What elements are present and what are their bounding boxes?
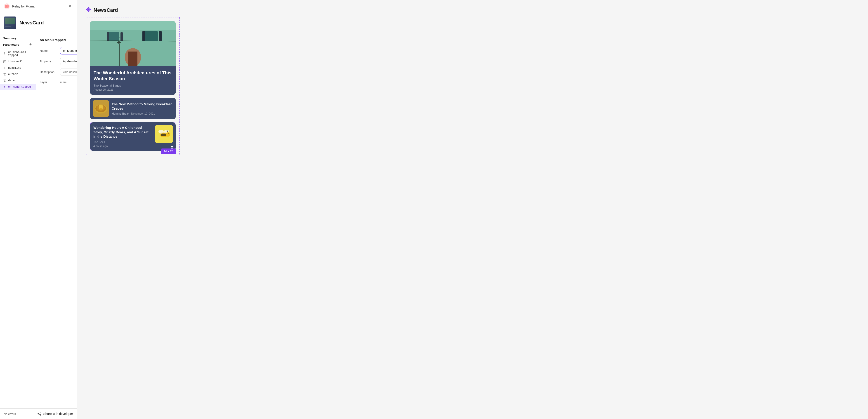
component-name: NewsCard — [20, 20, 44, 26]
card-large-author: The Seasonal Sagas — [94, 84, 172, 87]
more-options-button[interactable]: ⋮ — [67, 20, 73, 26]
card-small-image — [155, 125, 173, 143]
property-field-row: Property tap-handler ▾ — [40, 58, 76, 65]
svg-point-3 — [4, 53, 5, 53]
share-icon — [37, 412, 41, 416]
text-icon-date — [3, 79, 6, 82]
param-item-date[interactable]: date — [0, 77, 36, 84]
svg-point-44 — [158, 130, 164, 134]
panel-footer: No errors Share with developer — [0, 408, 76, 419]
preview-component-title: NewsCard — [94, 7, 118, 13]
param-label-menu-tapped: on Menu tapped — [8, 86, 31, 89]
detail-header: on Menu tapped — [40, 37, 76, 43]
card-small-author: The Bees — [93, 140, 152, 144]
card-large-date: August 25, 2021 — [94, 88, 172, 91]
svg-point-14 — [38, 413, 39, 414]
card-medium-image — [93, 100, 109, 117]
add-icon: + — [29, 42, 32, 47]
app-logo-icon — [4, 3, 10, 9]
preview-title-row: NewsCard — [86, 7, 118, 13]
panel-header: Relay for Figma ✕ — [0, 0, 76, 13]
card-medium-meta: Morning Break November 10, 2021 — [112, 112, 173, 115]
param-label-thumbnail: thumbnail — [8, 60, 23, 63]
property-select-wrapper: tap-handler ▾ — [60, 58, 76, 65]
svg-point-13 — [40, 412, 41, 413]
summary-label: Summary — [3, 37, 17, 40]
param-label-newscard-tapped: on NewsCard tapped — [8, 51, 33, 57]
name-field-row: Name — [40, 47, 76, 55]
more-icon: ⋮ — [68, 20, 72, 25]
text-icon-headline — [3, 66, 6, 70]
relay-diamond-icon — [86, 7, 91, 13]
tap-icon — [3, 52, 6, 55]
parameters-label: Parameters — [3, 43, 19, 46]
share-button[interactable]: Share with developer — [37, 412, 73, 416]
property-label: Property — [40, 60, 58, 63]
close-icon: ✕ — [68, 4, 72, 9]
card-small-content: Wondering Hour: A Childhood Story, Grizz… — [90, 122, 155, 151]
svg-point-49 — [166, 130, 167, 131]
card-small-headline: Wondering Hour: A Childhood Story, Grizz… — [93, 125, 152, 139]
svg-line-17 — [39, 414, 40, 415]
property-select[interactable]: tap-handler — [60, 58, 76, 65]
name-label: Name — [40, 49, 58, 53]
svg-point-47 — [168, 133, 169, 134]
card-large-headline: The Wonderful Architectures of This Wint… — [94, 70, 172, 82]
image-icon — [3, 60, 6, 63]
panel-body: Summary Parameters + on NewsCard tapped — [0, 33, 76, 408]
param-item-thumbnail[interactable]: thumbnail — [0, 59, 36, 65]
param-item-on-menu-tapped[interactable]: on Menu tapped — [0, 84, 36, 90]
param-item-on-newscard-tapped[interactable]: on NewsCard tapped — [0, 49, 36, 59]
card-medium: The New Method to Making Breakfast Crepe… — [90, 98, 176, 119]
component-header-left: NewsCard — [4, 17, 44, 29]
size-badge: 24 × 24 — [161, 149, 176, 154]
param-item-author[interactable]: author — [0, 71, 36, 77]
preview-area: The Wonderful Architectures of This Wint… — [86, 17, 180, 155]
news-card: The Wonderful Architectures of This Wint… — [90, 21, 176, 151]
header-left: Relay for Figma — [4, 3, 35, 9]
share-label: Share with developer — [43, 412, 73, 416]
right-panel: NewsCard — [77, 0, 868, 162]
card-medium-content: The New Method to Making Breakfast Crepe… — [112, 102, 173, 115]
svg-point-6 — [4, 86, 5, 87]
component-header: NewsCard ⋮ — [0, 13, 76, 33]
svg-point-39 — [99, 108, 103, 110]
detail-title: on Menu tapped — [40, 38, 66, 42]
svg-line-16 — [39, 413, 40, 414]
svg-point-2 — [6, 4, 9, 8]
menu-dots — [170, 146, 174, 149]
parameters-nav: Summary Parameters + on NewsCard tapped — [0, 33, 36, 408]
description-input[interactable] — [60, 68, 76, 76]
parameters-section: Parameters + — [0, 42, 36, 49]
app-title: Relay for Figma — [12, 4, 35, 8]
card-medium-headline: The New Method to Making Breakfast Crepe… — [112, 102, 173, 111]
card-small-wrapper: Wondering Hour: A Childhood Story, Grizz… — [90, 122, 176, 151]
card-small-date-row: 4 hours ago — [93, 144, 152, 148]
card-large: The Wonderful Architectures of This Wint… — [90, 21, 176, 95]
description-field-row: Description — [40, 68, 76, 76]
layer-field-row: Layer menu — [40, 79, 76, 85]
component-thumbnail — [4, 17, 16, 29]
param-label-headline: headline — [8, 66, 21, 70]
error-status: No errors — [4, 412, 16, 416]
summary-section: Summary — [0, 37, 36, 42]
layer-value: menu — [60, 80, 76, 84]
layer-label: Layer — [40, 80, 58, 84]
card-medium-author: Morning Break — [112, 112, 129, 115]
param-label-author: author — [8, 73, 18, 76]
left-panel: Relay for Figma ✕ NewsCard ⋮ — [0, 0, 77, 419]
card-large-image — [90, 21, 176, 66]
card-small: Wondering Hour: A Childhood Story, Grizz… — [90, 122, 176, 151]
card-large-content: The Wonderful Architectures of This Wint… — [90, 66, 176, 95]
text-icon-author — [3, 73, 6, 76]
param-label-date: date — [8, 79, 15, 82]
add-parameter-button[interactable]: + — [28, 42, 33, 47]
close-button[interactable]: ✕ — [67, 3, 73, 9]
tap-icon-menu — [3, 86, 6, 89]
param-item-headline[interactable]: headline — [0, 65, 36, 71]
card-small-date: 4 hours ago — [93, 144, 107, 148]
description-label: Description — [40, 70, 58, 74]
detail-pane: on Menu tapped Name Property tap-handler — [36, 33, 76, 408]
svg-rect-33 — [90, 21, 176, 66]
name-input[interactable] — [60, 47, 76, 55]
